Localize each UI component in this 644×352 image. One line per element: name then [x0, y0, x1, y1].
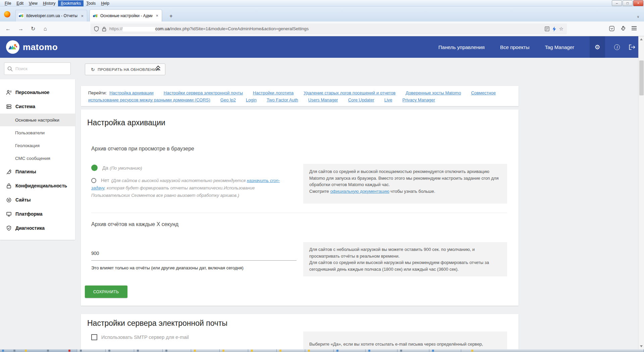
menu-view[interactable]: View [26, 0, 40, 6]
radio-option-no[interactable]: Нет(Для сайтов с высокой нагрузкой насто… [91, 177, 292, 199]
ttl-seconds-input[interactable] [91, 251, 297, 261]
matomo-brand[interactable]: matomo [6, 40, 58, 54]
sidebar-item-plugins[interactable]: Плагины [0, 165, 75, 179]
menu-history[interactable]: History [40, 0, 58, 6]
reader-view-icon[interactable] [545, 27, 549, 31]
quicklink[interactable]: Настройки сервера электронной почты [164, 90, 243, 95]
tracking-shield-icon[interactable] [94, 26, 99, 32]
quicklink[interactable]: Privacy Manager [402, 97, 435, 102]
lock-icon[interactable] [102, 27, 106, 32]
bookmark-star-icon[interactable]: ☆ [559, 26, 564, 32]
menu-bookmarks[interactable]: Bookmarks [58, 0, 84, 6]
quicklink[interactable]: Настройки логотипа [253, 90, 293, 95]
windows-taskbar[interactable] [0, 349, 644, 352]
taskbar-button[interactable] [397, 349, 429, 352]
sidebar-item-platform[interactable]: Платформа [0, 207, 75, 221]
new-tab-button[interactable]: + [167, 12, 175, 20]
quicklink[interactable]: Live [384, 97, 392, 102]
tab-overflow-icon[interactable]: ∨ [637, 15, 639, 18]
scroll-up-icon[interactable] [640, 38, 643, 40]
taskbar-button[interactable] [334, 349, 366, 352]
sidebar-item-websites[interactable]: Сайты [0, 193, 75, 207]
checkbox-unchecked-icon[interactable] [91, 334, 97, 340]
sidebar-item-sms[interactable]: СМС сообщения [0, 152, 75, 165]
tab-close-icon[interactable]: × [80, 13, 84, 18]
admin-gear-button[interactable]: ⚙ [590, 36, 605, 58]
taskbar-button[interactable] [366, 349, 397, 352]
lightning-icon[interactable] [552, 27, 556, 32]
taskbar-button[interactable] [277, 349, 305, 352]
section-divider [91, 213, 507, 213]
quicklink[interactable]: Доверенные хосты Matomo [406, 90, 461, 95]
quicklink[interactable]: Login [246, 97, 257, 102]
tab-reports[interactable]: itdeveloper.com.ua - Отчеты ве × [15, 10, 87, 21]
tab-title: Основные настройки - Админ [100, 13, 153, 18]
taskbar-button[interactable] [77, 349, 106, 352]
collapse-chevrons-icon[interactable] [155, 66, 162, 73]
taskbar-button[interactable] [305, 349, 334, 352]
taskbar-button[interactable] [191, 349, 220, 352]
save-button[interactable]: СОХРАНИТЬ [85, 285, 127, 298]
search-input[interactable] [15, 66, 62, 71]
quicklink[interactable]: Настройка архивации [109, 90, 154, 95]
radio-unselected-icon[interactable] [91, 178, 96, 183]
firefox-icon[interactable] [4, 11, 10, 17]
tab-close-icon[interactable]: × [155, 13, 159, 18]
sidebar-search[interactable] [4, 62, 71, 75]
menu-tools[interactable]: Tools [84, 0, 98, 6]
minimize-button[interactable]: – [612, 0, 622, 6]
ttl-heading: Архив отчётов на каждые X секунд [91, 221, 178, 227]
menu-edit[interactable]: Edit [14, 0, 26, 6]
logout-icon[interactable] [629, 44, 635, 50]
quicklink[interactable]: Users Manager [308, 97, 338, 102]
taskbar-button[interactable] [134, 349, 163, 352]
back-icon[interactable]: ← [5, 26, 11, 32]
taskbar-button[interactable] [220, 349, 248, 352]
radio-selected-icon[interactable] [91, 165, 98, 171]
sidebar-item-general-settings[interactable]: Основные настройки [0, 114, 75, 126]
help-info-icon[interactable]: i [614, 44, 620, 50]
radio-no-label: Нет [101, 178, 109, 183]
taskbar-button[interactable] [106, 349, 134, 352]
taskbar-button[interactable] [248, 349, 277, 352]
sidebar-item-diagnostics[interactable]: Диагностика [0, 221, 75, 235]
page-scrollbar[interactable] [638, 36, 644, 349]
taskbar-button[interactable] [429, 349, 461, 352]
close-button[interactable]: × [633, 0, 643, 6]
taskbar-button[interactable] [461, 349, 644, 352]
server-icon [6, 104, 12, 109]
lock-icon [6, 183, 12, 189]
quick-launch-area[interactable] [0, 349, 77, 352]
sidebar-item-users[interactable]: Пользователи [0, 126, 75, 139]
nav-tag-manager[interactable]: Tag Manager [545, 44, 574, 50]
quicklink[interactable]: Geo Ip2 [220, 97, 236, 102]
sidebar-item-personal[interactable]: Персональное [0, 85, 75, 99]
sidebar-item-geolocation[interactable]: Геолокация [0, 139, 75, 152]
url-redaction [123, 27, 155, 32]
scroll-down-icon[interactable] [640, 345, 643, 347]
radio-option-yes[interactable]: Да (По умолчанию) [91, 165, 142, 171]
check-updates-button[interactable]: ↻ ПРОВЕРИТЬ НА ОБНОВЛЕНИЯ [85, 63, 165, 75]
sidebar-item-system[interactable]: Система [0, 99, 75, 114]
sidebar-item-privacy[interactable]: Конфиденциальность [0, 179, 75, 193]
menu-file[interactable]: File [2, 0, 14, 6]
maximize-button[interactable]: □ [623, 0, 633, 6]
forward-icon[interactable]: → [18, 26, 23, 32]
taskbar-button[interactable] [163, 349, 191, 352]
nav-dashboard[interactable]: Панель управления [438, 44, 485, 50]
nav-all-websites[interactable]: Все проекты [500, 44, 530, 50]
extensions-puzzle-icon[interactable] [621, 26, 626, 31]
app-menu-icon[interactable] [632, 28, 637, 29]
smtp-checkbox-row[interactable]: Использовать SMTP сервер для e-mail [91, 334, 189, 340]
quicklink[interactable]: Удаление старых логов посещений и отчето… [304, 90, 395, 95]
menu-help[interactable]: Help [98, 0, 112, 6]
url-bar[interactable]: https://com.ua/index.php?idSite=1&module… [91, 24, 567, 34]
reload-icon[interactable]: ↻ [31, 26, 35, 32]
pocket-icon[interactable] [609, 26, 614, 31]
tab-general-settings[interactable]: Основные настройки - Админ × [90, 10, 162, 21]
scrollbar-thumb[interactable] [639, 60, 644, 95]
home-icon[interactable]: ⌂ [44, 26, 47, 32]
official-docs-link[interactable]: официальную документацию [330, 189, 389, 194]
quicklink[interactable]: Core Updater [348, 97, 374, 102]
quicklink[interactable]: Two Factor Auth [267, 97, 298, 102]
